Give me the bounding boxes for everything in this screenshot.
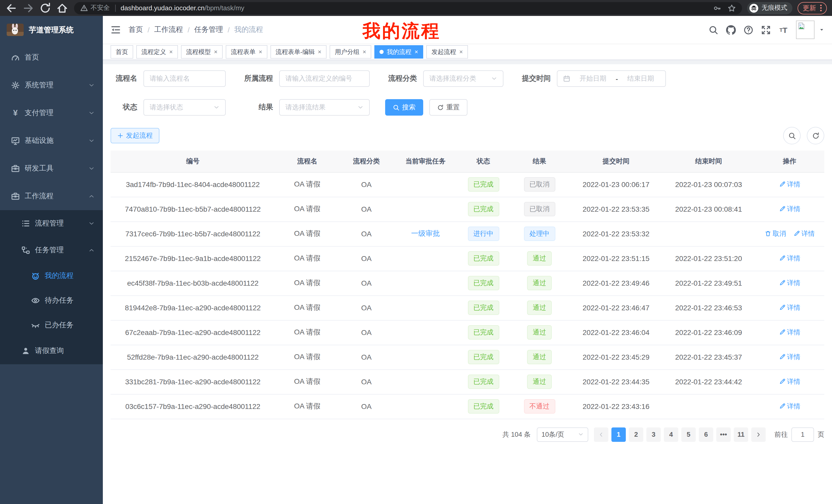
sidebar-item-process-mgmt[interactable]: 流程管理 xyxy=(0,210,103,237)
github-icon[interactable] xyxy=(726,25,736,35)
browser-menu-icon[interactable] xyxy=(820,5,822,11)
detail-link[interactable]: 详情 xyxy=(793,229,815,239)
sidebar-item-my-process[interactable]: 我的流程 xyxy=(0,263,103,288)
breadcrumb-item[interactable]: 首页 xyxy=(129,25,143,34)
tab-我的流程[interactable]: 我的流程× xyxy=(374,45,423,59)
sidebar-logo[interactable]: 芋道管理系统 xyxy=(0,16,103,44)
cancel-link[interactable]: 取消 xyxy=(764,229,786,239)
cell-task xyxy=(393,271,458,296)
key-icon[interactable] xyxy=(713,4,722,12)
filter-form: 流程名 请输入流程名 所属流程 请输入流程定义的编号 流程分类 请选择流程分类 xyxy=(110,64,824,116)
category-select[interactable]: 请选择流程分类 xyxy=(423,71,503,87)
sidebar-item-devtools[interactable]: 研发工具 xyxy=(0,155,103,183)
tab-发起流程[interactable]: 发起流程× xyxy=(426,45,468,59)
sidebar-item-todo-tasks[interactable]: 待办任务 xyxy=(0,288,103,313)
browser-update-button[interactable]: 更新 xyxy=(798,2,827,14)
page-button-11[interactable]: 11 xyxy=(734,427,748,442)
prev-page-button[interactable] xyxy=(594,427,608,442)
sidebar-item-system[interactable]: 系统管理 xyxy=(0,72,103,99)
goto-page-input[interactable]: 1 xyxy=(791,427,814,442)
forward-icon[interactable] xyxy=(22,2,34,14)
cell-actions: 详情 xyxy=(755,345,824,369)
process-name-input[interactable]: 请输入流程名 xyxy=(144,71,226,87)
breadcrumb-item: 我的流程 xyxy=(234,25,263,34)
process-definition-input[interactable]: 请输入流程定义的编号 xyxy=(279,71,370,87)
sidebar-item-task-mgmt[interactable]: 任务管理 xyxy=(0,237,103,263)
avatar[interactable] xyxy=(796,21,814,39)
close-icon[interactable]: × xyxy=(214,48,217,55)
detail-link[interactable]: 详情 xyxy=(779,204,800,214)
tab-流程表单-编辑[interactable]: 流程表单-编辑× xyxy=(270,45,327,59)
sidebar-item-workflow[interactable]: 工作流程 xyxy=(0,183,103,210)
cell-status: 已完成 xyxy=(458,394,509,419)
close-icon[interactable]: × xyxy=(414,48,418,55)
detail-link[interactable]: 详情 xyxy=(779,353,800,362)
cell-task xyxy=(393,345,458,369)
sidebar-item-label: 待办任务 xyxy=(45,296,74,305)
page-size-select[interactable]: 10条/页 xyxy=(537,427,588,442)
tab-用户分组[interactable]: 用户分组× xyxy=(330,45,371,59)
end-date-input[interactable]: 结束日期 xyxy=(621,74,660,83)
sidebar-item-leave-query[interactable]: 请假查询 xyxy=(0,338,103,364)
search-icon[interactable] xyxy=(709,25,718,35)
page-button-4[interactable]: 4 xyxy=(664,427,678,442)
detail-link[interactable]: 详情 xyxy=(779,377,800,386)
sidebar-item-infra[interactable]: 基础设施 xyxy=(0,127,103,155)
tab-label: 用户分组 xyxy=(335,48,359,56)
close-icon[interactable]: × xyxy=(259,48,262,55)
start-date-input[interactable]: 开始日期 xyxy=(574,74,612,83)
font-size-icon[interactable]: TT xyxy=(779,25,788,35)
reload-icon[interactable] xyxy=(39,2,51,14)
detail-link[interactable]: 详情 xyxy=(779,303,800,312)
sidebar-item-payment[interactable]: ¥ 支付管理 xyxy=(0,99,103,127)
search-button[interactable]: 搜索 xyxy=(385,99,423,116)
url-text[interactable]: dashboard.yudao.iocoder.cn/bpm/task/my xyxy=(121,4,713,12)
tab-首页[interactable]: 首页 xyxy=(110,45,133,59)
close-icon[interactable]: × xyxy=(363,48,366,55)
close-icon[interactable]: × xyxy=(169,48,173,55)
submit-time-range[interactable]: 开始日期 - 结束日期 xyxy=(557,71,666,87)
close-icon[interactable]: × xyxy=(318,48,321,55)
cell-end-time: 2022-01-23 00:07:03 xyxy=(662,172,755,197)
collapse-sidebar-icon[interactable] xyxy=(110,25,121,35)
page-button-2[interactable]: 2 xyxy=(629,427,643,442)
sidebar-item-done-tasks[interactable]: 已办任务 xyxy=(0,313,103,338)
breadcrumb-item[interactable]: 工作流程 xyxy=(154,25,183,34)
cell-actions: 详情 xyxy=(755,394,824,419)
help-icon[interactable] xyxy=(744,25,753,35)
tab-流程表单[interactable]: 流程表单× xyxy=(226,45,267,59)
breadcrumb-item[interactable]: 任务管理 xyxy=(194,25,223,34)
pager-ellipsis[interactable]: ••• xyxy=(716,427,731,442)
page-button-3[interactable]: 3 xyxy=(646,427,661,442)
address-bar[interactable]: 不安全 dashboard.yudao.iocoder.cn/bpm/task/… xyxy=(74,2,742,14)
page-button-6[interactable]: 6 xyxy=(699,427,713,442)
sidebar-item-home[interactable]: 首页 xyxy=(0,44,103,72)
tab-流程模型[interactable]: 流程模型× xyxy=(181,45,223,59)
home-icon[interactable] xyxy=(56,2,69,14)
detail-link[interactable]: 详情 xyxy=(779,278,800,288)
page-button-1[interactable]: 1 xyxy=(612,427,626,442)
next-page-button[interactable] xyxy=(751,427,766,442)
back-icon[interactable] xyxy=(5,2,18,14)
bookmark-star-icon[interactable] xyxy=(728,4,736,12)
page-button-5[interactable]: 5 xyxy=(681,427,696,442)
detail-link[interactable]: 详情 xyxy=(779,180,800,189)
refresh-table-button[interactable] xyxy=(807,127,824,144)
security-indicator[interactable]: 不安全 xyxy=(80,4,110,12)
task-link[interactable]: 一级审批 xyxy=(411,229,440,237)
detail-link[interactable]: 详情 xyxy=(779,254,800,263)
reset-button[interactable]: 重置 xyxy=(430,99,467,116)
fullscreen-icon[interactable] xyxy=(761,25,771,35)
detail-link[interactable]: 详情 xyxy=(779,328,800,337)
result-select[interactable]: 请选择流结果 xyxy=(279,99,370,116)
detail-link[interactable]: 详情 xyxy=(779,402,800,411)
tab-bar: 首页 流程定义× 流程模型× 流程表单× 流程表单-编辑× 用户分组× 我的流程… xyxy=(103,44,832,60)
create-process-button[interactable]: 发起流程 xyxy=(110,128,159,143)
breadcrumb-separator: / xyxy=(148,26,150,34)
tab-流程定义[interactable]: 流程定义× xyxy=(136,45,178,59)
toggle-search-button[interactable] xyxy=(783,127,801,144)
avatar-caret-icon[interactable] xyxy=(819,27,824,32)
status-select[interactable]: 请选择状态 xyxy=(144,99,226,116)
sidebar-item-label: 我的流程 xyxy=(45,271,74,281)
close-icon[interactable]: × xyxy=(459,48,463,55)
